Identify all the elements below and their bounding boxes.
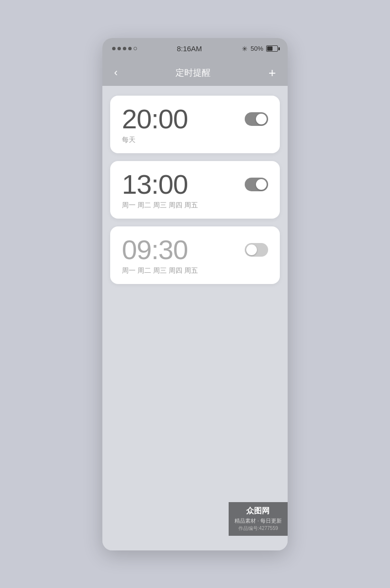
status-right-group: ✳ 50% (242, 45, 278, 53)
alarm-card-1-top: 20:00 (122, 105, 268, 133)
watermark: 众图网 精品素材 · 每日更新 作品编号:4277559 (229, 502, 288, 536)
status-time: 8:16AM (177, 44, 202, 53)
toggle-knob-1 (256, 114, 267, 124)
dot-5 (134, 47, 137, 50)
watermark-logo: 众图网 (246, 506, 270, 516)
status-bar: 8:16AM ✳ 50% (102, 38, 288, 60)
content-area: 20:00 每天 13:00 周一 周二 周三 周四 周五 09:30 (102, 86, 288, 472)
alarm-toggle-3[interactable] (245, 243, 268, 257)
alarm-label-3: 周一 周二 周三 周四 周五 (122, 266, 268, 275)
alarm-label-2: 周一 周二 周三 周四 周五 (122, 201, 268, 210)
alarm-label-1: 每天 (122, 136, 268, 144)
bluetooth-icon: ✳ (242, 45, 248, 53)
toggle-knob-2 (256, 179, 267, 190)
alarm-time-3: 09:30 (122, 236, 188, 264)
page-title: 定时提醒 (176, 67, 211, 79)
alarm-card-1: 20:00 每天 (110, 96, 280, 153)
add-button[interactable]: + (269, 66, 276, 79)
alarm-time-1: 20:00 (122, 105, 188, 133)
watermark-id: 作品编号:4277559 (238, 525, 278, 532)
alarm-time-2: 13:00 (122, 171, 188, 198)
battery-icon (266, 45, 278, 52)
dot-4 (128, 47, 132, 50)
dot-2 (117, 47, 121, 50)
alarm-toggle-1[interactable] (245, 112, 268, 126)
alarm-card-2: 13:00 周一 周二 周三 周四 周五 (110, 161, 280, 219)
alarm-card-3: 09:30 周一 周二 周三 周四 周五 (110, 226, 280, 284)
alarm-card-2-top: 13:00 (122, 171, 268, 198)
signal-dots (112, 47, 137, 50)
back-button[interactable]: ‹ (114, 66, 117, 79)
toggle-knob-3 (246, 244, 257, 255)
nav-bar: ‹ 定时提醒 + (102, 60, 288, 86)
battery-percent: 50% (251, 45, 263, 52)
dot-1 (112, 47, 116, 50)
alarm-card-3-top: 09:30 (122, 236, 268, 264)
watermark-tagline: 精品素材 · 每日更新 (234, 517, 282, 525)
alarm-toggle-2[interactable] (245, 178, 268, 191)
phone-frame: 8:16AM ✳ 50% ‹ 定时提醒 + 20:00 每天 (102, 38, 288, 550)
dot-3 (123, 47, 126, 50)
battery-fill (267, 46, 273, 51)
